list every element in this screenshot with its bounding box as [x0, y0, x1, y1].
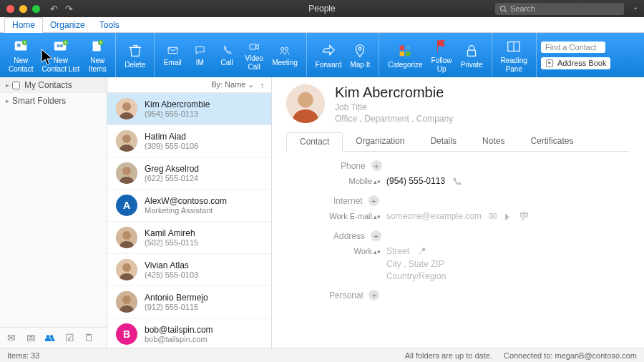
my-contacts-checkbox[interactable]: [12, 82, 20, 89]
tab-tools[interactable]: Tools: [92, 18, 127, 32]
street-field[interactable]: Street: [386, 246, 409, 256]
work-email-label[interactable]: Work E-mail: [329, 212, 372, 220]
private-button[interactable]: Private: [457, 39, 487, 72]
contact-row[interactable]: Greg Akselrod(622) 555-0124: [107, 157, 271, 190]
contact-row[interactable]: AAlexW@contoso.comMarketing Assistant: [107, 190, 271, 222]
disclosure-triangle-icon[interactable]: ▸: [6, 82, 9, 89]
detail-tab-notes[interactable]: Notes: [469, 132, 517, 151]
new-contact-list-button[interactable]: +NewContact List: [37, 35, 84, 75]
mail-view-icon[interactable]: ✉︎: [6, 332, 17, 343]
new-items-button[interactable]: +NewItems: [84, 35, 111, 75]
maximize-window-icon[interactable]: [32, 5, 40, 13]
map-pin-icon[interactable]: 📍︎: [416, 245, 426, 257]
disclosure-triangle-icon[interactable]: ▸: [6, 97, 9, 104]
call-button[interactable]: Call: [213, 41, 240, 69]
svg-line-1: [505, 10, 507, 12]
tasks-view-icon[interactable]: ☑︎: [64, 332, 75, 343]
sort-direction-button[interactable]: ↑: [260, 81, 265, 89]
call-icon: [220, 44, 233, 57]
chat-action-icon[interactable]: 💬︎: [519, 210, 529, 222]
forward-button[interactable]: ↷: [65, 4, 73, 14]
sidebar-nav: ✉︎ 📅︎ 👥︎ ☑︎ 🗒︎: [0, 327, 107, 348]
search-icon: [499, 5, 507, 13]
calendar-view-icon[interactable]: 📅︎: [25, 332, 36, 343]
forward-button[interactable]: Forward: [311, 39, 346, 72]
contact-avatar-icon: [116, 162, 137, 184]
contact-row[interactable]: Vivian Atlas(425) 555-0103: [107, 254, 271, 286]
job-title-field[interactable]: Job Title: [335, 102, 453, 112]
phone-section-label: Phone: [341, 161, 366, 171]
phone-action-icon[interactable]: 📞︎: [452, 175, 462, 187]
video-action-icon[interactable]: ⏵︎: [503, 210, 513, 222]
sort-by-dropdown[interactable]: By: Name ⌄: [211, 80, 254, 89]
people-view-icon[interactable]: 👥︎: [44, 332, 56, 343]
tab-organize[interactable]: Organize: [43, 18, 92, 32]
phone-section: Phone + Mobile▴▾ (954) 555-0113 📞︎: [286, 160, 630, 187]
new-contact-button[interactable]: +NewContact: [4, 35, 37, 75]
work-addr-label[interactable]: Work: [354, 247, 372, 255]
global-search-input[interactable]: Search: [495, 3, 624, 15]
contact-avatar[interactable]: [286, 84, 325, 123]
personal-section-label: Personal: [329, 290, 363, 300]
reading-pane-button[interactable]: ReadingPane: [497, 35, 532, 75]
contact-avatar-icon: [116, 291, 137, 313]
contact-sub: (622) 555-0124: [145, 174, 199, 182]
contact-row[interactable]: Hatim Aiad(309) 555-0108: [107, 125, 271, 157]
detail-tab-certificates[interactable]: Certificates: [517, 132, 586, 151]
minimize-window-icon[interactable]: [19, 5, 27, 13]
detail-tab-organization[interactable]: Organization: [343, 132, 417, 151]
email-button[interactable]: Email: [159, 41, 186, 69]
contact-row[interactable]: Antonio Bermejo(912) 555-0115: [107, 286, 271, 318]
detail-tab-contact[interactable]: Contact: [286, 132, 343, 152]
address-section-label: Address: [333, 231, 365, 241]
close-window-icon[interactable]: [6, 5, 14, 13]
mobile-value[interactable]: (954) 555-0113: [386, 176, 445, 186]
lock-icon: [463, 42, 480, 59]
add-phone-button[interactable]: +: [371, 160, 382, 171]
sidebar-item-label: My Contacts: [24, 80, 72, 90]
work-email-field[interactable]: someone@example.com: [386, 211, 482, 221]
add-internet-button[interactable]: +: [369, 195, 379, 206]
new-contact-list-icon: +: [52, 38, 69, 55]
im-button[interactable]: IM: [186, 41, 213, 69]
svg-rect-14: [168, 48, 177, 54]
titlebar-chevron-icon[interactable]: ⌄: [633, 3, 638, 11]
contact-row[interactable]: Kim Abercrombie(954) 555-0113: [107, 93, 271, 125]
find-contact-input[interactable]: Find a Contact: [541, 41, 605, 53]
notes-view-icon[interactable]: 🗒︎: [83, 332, 94, 343]
sidebar-item-my-contacts[interactable]: ▸ My Contacts: [0, 77, 107, 93]
contact-row[interactable]: Kamil Amireh(502) 555-0115: [107, 222, 271, 254]
forward-icon: [320, 42, 337, 59]
delete-button[interactable]: Delete: [120, 39, 150, 72]
contact-list-body[interactable]: Kim Abercrombie(954) 555-0113Hatim Aiad(…: [107, 93, 271, 348]
sidebar-item-smart-folders[interactable]: ▸ Smart Folders: [0, 93, 107, 109]
detail-tab-details[interactable]: Details: [417, 132, 469, 151]
email-action-icon[interactable]: ✉︎: [489, 210, 497, 222]
categorize-button[interactable]: Categorize: [384, 39, 426, 72]
video-call-button[interactable]: VideoCall: [240, 37, 268, 73]
org-field[interactable]: Office , Department , Company: [335, 114, 453, 124]
contact-row[interactable]: Bbob@tailspin.combob@tailspin.com: [107, 318, 271, 348]
list-header: By: Name ⌄ ↑: [107, 77, 271, 93]
address-book-button[interactable]: Address Book: [541, 57, 610, 69]
follow-up-button[interactable]: FollowUp: [427, 35, 457, 75]
back-button[interactable]: ↶: [50, 4, 58, 14]
add-address-button[interactable]: +: [371, 230, 381, 241]
map-it-button[interactable]: Map It: [346, 39, 374, 72]
contact-avatar-icon: [116, 98, 137, 119]
svg-rect-21: [400, 52, 404, 56]
mobile-label[interactable]: Mobile: [349, 177, 372, 185]
contact-avatar-icon: [116, 227, 137, 248]
meeting-button[interactable]: Meeting: [268, 41, 302, 69]
window-controls: [6, 5, 40, 13]
svg-point-3: [17, 43, 21, 47]
contact-avatar-icon: B: [116, 323, 137, 345]
tab-home[interactable]: Home: [4, 17, 43, 33]
map-icon: [351, 42, 369, 59]
city-state-zip-field[interactable]: City , State ZIP: [386, 259, 444, 269]
add-personal-button[interactable]: +: [369, 290, 379, 300]
contact-name: Hatim Aiad: [145, 132, 198, 142]
contact-sub: (425) 555-0103: [145, 270, 198, 279]
country-field[interactable]: Country/Region: [386, 271, 446, 281]
contact-sub: (954) 555-0113: [145, 109, 210, 118]
